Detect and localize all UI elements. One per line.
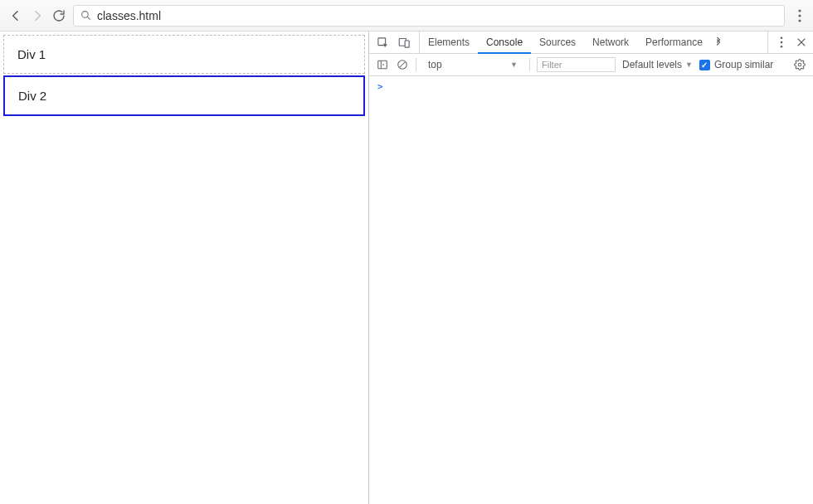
div-2-label: Div 2 — [18, 89, 46, 103]
search-icon — [80, 10, 92, 22]
filter-placeholder: Filter — [542, 60, 562, 70]
context-selector[interactable]: top ▼ — [423, 57, 523, 72]
filter-input[interactable]: Filter — [537, 57, 616, 72]
devtools-panel: Elements Console Sources Network Perform… — [369, 32, 813, 504]
svg-rect-13 — [378, 61, 387, 68]
checkbox-checked-icon: ✓ — [699, 60, 710, 70]
chevron-down-icon: ▼ — [685, 61, 693, 69]
div-1-label: Div 1 — [17, 47, 46, 61]
address-bar[interactable]: classes.html — [73, 5, 785, 27]
page-viewport: Div 1 Div 2 — [0, 32, 368, 504]
reload-button[interactable] — [51, 8, 66, 23]
console-prompt-caret: > — [377, 81, 383, 92]
close-devtools-icon[interactable] — [795, 36, 808, 49]
svg-point-9 — [781, 41, 783, 44]
devtools-tabs: Elements Console Sources Network Perform… — [369, 32, 813, 54]
tab-performance[interactable]: Performance — [637, 32, 711, 53]
browser-toolbar: classes.html — [0, 0, 813, 32]
console-body[interactable]: > — [369, 76, 813, 504]
svg-point-17 — [798, 63, 801, 66]
svg-point-3 — [798, 14, 801, 17]
svg-point-2 — [798, 9, 801, 12]
devtools-menu-icon[interactable] — [775, 36, 788, 49]
tab-console[interactable]: Console — [478, 32, 531, 54]
clear-console-icon[interactable] — [396, 58, 409, 71]
tab-elements[interactable]: Elements — [420, 32, 478, 53]
svg-rect-7 — [405, 41, 409, 47]
group-similar-toggle[interactable]: ✓ Group similar — [699, 59, 773, 70]
browser-menu-button[interactable] — [791, 7, 808, 24]
svg-line-1 — [87, 17, 90, 19]
console-settings-icon[interactable] — [793, 58, 806, 71]
svg-point-8 — [781, 36, 783, 39]
log-levels-selector[interactable]: Default levels ▼ — [622, 59, 693, 70]
group-similar-label: Group similar — [714, 59, 773, 70]
svg-point-4 — [798, 19, 801, 22]
console-toolbar: top ▼ Filter Default levels ▼ ✓ Group si… — [369, 54, 813, 76]
context-label: top — [428, 59, 442, 70]
url-text: classes.html — [97, 9, 161, 22]
div-1: Div 1 — [3, 35, 365, 74]
svg-line-16 — [400, 62, 406, 68]
chevron-down-icon: ▼ — [510, 61, 518, 69]
console-sidebar-toggle-icon[interactable] — [376, 58, 389, 71]
svg-point-10 — [781, 46, 783, 48]
div-2: Div 2 — [3, 75, 365, 116]
back-button[interactable] — [8, 8, 23, 23]
tab-sources[interactable]: Sources — [531, 32, 584, 53]
main-split: Div 1 Div 2 Elements Console Sources Net… — [0, 32, 813, 504]
tab-network[interactable]: Network — [584, 32, 637, 53]
device-toggle-icon[interactable] — [397, 36, 411, 49]
log-levels-label: Default levels — [622, 59, 682, 70]
tabs-overflow-icon[interactable] — [711, 37, 726, 47]
forward-button[interactable] — [30, 8, 45, 23]
inspect-element-icon[interactable] — [376, 36, 389, 49]
